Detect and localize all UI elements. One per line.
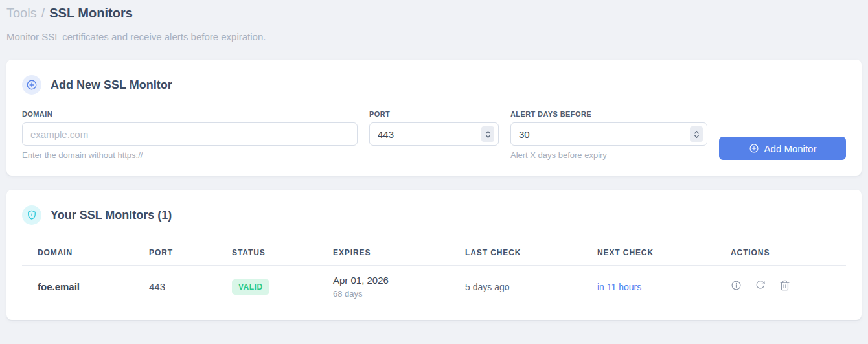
breadcrumb-separator: / <box>41 6 45 20</box>
expires-date: Apr 01, 2026 <box>333 275 450 286</box>
domain-field-group: DOMAIN Enter the domain without https:// <box>22 110 358 160</box>
plus-circle-icon <box>22 75 41 95</box>
alert-days-label: ALERT DAYS BEFORE <box>510 110 707 118</box>
monitor-domain: foe.email <box>22 266 133 308</box>
monitor-status-cell: VALID <box>216 266 317 308</box>
alert-days-field-group: ALERT DAYS BEFORE Alert X days before ex… <box>510 110 707 160</box>
monitor-row: foe.email 443 VALID Apr 01, 2026 68 days… <box>22 266 846 308</box>
port-label: PORT <box>369 110 499 118</box>
monitors-title: Your SSL Monitors (1) <box>51 209 172 222</box>
page-subtitle: Monitor SSL certificates and receive ale… <box>6 31 862 42</box>
col-header-domain: DOMAIN <box>22 240 133 266</box>
domain-input[interactable] <box>22 122 358 146</box>
plus-circle-icon <box>749 143 759 154</box>
monitor-last-check: 5 days ago <box>450 266 582 308</box>
submit-button-wrap: Add Monitor <box>719 110 846 160</box>
add-monitor-title: Add New SSL Monitor <box>51 78 172 92</box>
domain-helper-text: Enter the domain without https:// <box>22 150 358 160</box>
domain-label: DOMAIN <box>22 110 358 118</box>
monitor-actions-cell <box>715 266 846 308</box>
table-header-row: DOMAIN PORT STATUS EXPIRES LAST CHECK NE… <box>22 240 846 266</box>
col-header-port: PORT <box>133 240 216 266</box>
breadcrumb: Tools/SSL Monitors <box>6 5 862 21</box>
col-header-last-check: LAST CHECK <box>450 240 582 266</box>
page-title: SSL Monitors <box>49 6 133 20</box>
page: Tools/SSL Monitors Monitor SSL certifica… <box>0 0 868 320</box>
col-header-actions: ACTIONS <box>715 240 846 266</box>
port-field-group: PORT <box>369 110 499 146</box>
breadcrumb-tools-link[interactable]: Tools <box>6 6 37 20</box>
alert-days-input[interactable] <box>510 122 707 146</box>
monitor-next-check: in 11 hours <box>582 266 715 308</box>
monitor-expires-cell: Apr 01, 2026 68 days <box>317 266 450 308</box>
add-monitor-form: DOMAIN Enter the domain without https://… <box>22 110 846 160</box>
status-badge: VALID <box>232 279 269 295</box>
monitor-port: 443 <box>133 266 216 308</box>
add-monitor-header: Add New SSL Monitor <box>22 75 846 95</box>
add-monitor-button-label: Add Monitor <box>764 143 817 154</box>
monitors-header: Your SSL Monitors (1) <box>22 205 846 225</box>
expires-days-remaining: 68 days <box>333 289 450 299</box>
alert-days-helper-text: Alert X days before expiry <box>510 150 707 160</box>
shield-icon <box>22 205 41 225</box>
refresh-icon[interactable] <box>755 280 766 291</box>
add-monitor-button[interactable]: Add Monitor <box>719 137 846 160</box>
col-header-next-check: NEXT CHECK <box>582 240 715 266</box>
port-stepper[interactable] <box>481 126 494 142</box>
col-header-expires: EXPIRES <box>317 240 450 266</box>
col-header-status: STATUS <box>216 240 317 266</box>
trash-icon[interactable] <box>779 280 790 291</box>
port-input[interactable] <box>369 122 499 146</box>
monitors-card: Your SSL Monitors (1) DOMAIN PORT STATUS… <box>6 190 862 320</box>
info-icon[interactable] <box>731 280 742 291</box>
add-monitor-card: Add New SSL Monitor DOMAIN Enter the dom… <box>6 60 862 176</box>
monitors-table: DOMAIN PORT STATUS EXPIRES LAST CHECK NE… <box>22 240 846 308</box>
alert-days-stepper[interactable] <box>690 126 703 142</box>
